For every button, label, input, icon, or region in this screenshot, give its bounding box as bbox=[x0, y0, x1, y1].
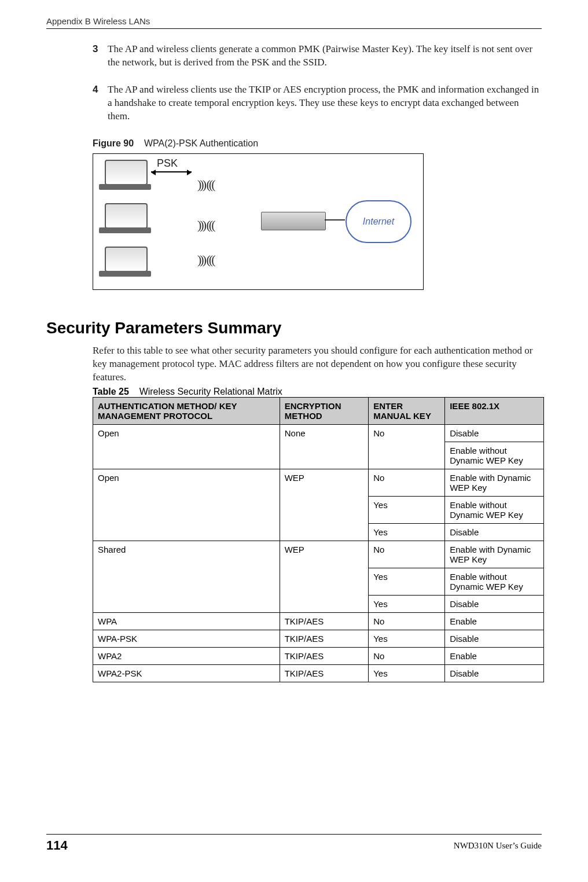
list-item: 3 The AP and wireless clients generate a… bbox=[93, 43, 542, 69]
cell-key: No bbox=[369, 541, 445, 568]
cell-enc: TKIP/AES bbox=[280, 647, 368, 664]
cell-enc: WEP bbox=[280, 469, 368, 541]
cell-auth: WPA-PSK bbox=[93, 630, 280, 647]
page-number: 114 bbox=[46, 838, 68, 853]
numbered-list: 3 The AP and wireless clients generate a… bbox=[46, 29, 542, 290]
table-label: Table 25 bbox=[93, 387, 129, 396]
list-text: The AP and wireless clients generate a c… bbox=[108, 43, 542, 69]
wifi-waves-icon: ))) ((( bbox=[197, 218, 214, 233]
laptop-base-icon bbox=[99, 227, 151, 233]
double-arrow-icon bbox=[151, 171, 192, 172]
cell-key: Yes bbox=[369, 568, 445, 595]
cell-enc: TKIP/AES bbox=[280, 612, 368, 630]
col-key: ENTER MANUAL KEY bbox=[369, 397, 445, 424]
cell-key: Yes bbox=[369, 523, 445, 541]
table-row: WPA-PSK TKIP/AES Yes Disable bbox=[93, 630, 544, 647]
router-icon bbox=[261, 212, 326, 230]
list-text: The AP and wireless clients use the TKIP… bbox=[108, 83, 542, 123]
col-auth: AUTHENTICATION METHOD/ KEY MANAGEMENT PR… bbox=[93, 397, 280, 424]
list-item: 4 The AP and wireless clients use the TK… bbox=[93, 83, 542, 123]
laptop-base-icon bbox=[99, 184, 151, 190]
table-row: WPA2-PSK TKIP/AES Yes Disable bbox=[93, 664, 544, 682]
table-row: Open WEP No Enable with Dynamic WEP Key bbox=[93, 469, 544, 496]
table-header-row: AUTHENTICATION METHOD/ KEY MANAGEMENT PR… bbox=[93, 397, 544, 424]
wifi-waves-icon: ))) ((( bbox=[197, 252, 214, 267]
col-enc: ENCRYPTION METHOD bbox=[280, 397, 368, 424]
cell-ieee: Enable without Dynamic WEP Key bbox=[445, 568, 544, 595]
cell-auth: Shared bbox=[93, 541, 280, 612]
table-row: Shared WEP No Enable with Dynamic WEP Ke… bbox=[93, 541, 544, 568]
figure-diagram: PSK ))) ((( ))) ((( ))) ((( Internet bbox=[93, 153, 424, 290]
table-row: WPA TKIP/AES No Enable bbox=[93, 612, 544, 630]
table-row: Open None No Disable bbox=[93, 424, 544, 442]
cell-key: Yes bbox=[369, 595, 445, 612]
col-ieee: IEEE 802.1X bbox=[445, 397, 544, 424]
page-header: Appendix B Wireless LANs bbox=[46, 16, 542, 29]
cloud-label: Internet bbox=[363, 216, 394, 227]
internet-cloud-icon: Internet bbox=[346, 200, 411, 243]
cell-enc: None bbox=[280, 424, 368, 469]
cell-auth: WPA bbox=[93, 612, 280, 630]
cell-key: Yes bbox=[369, 630, 445, 647]
laptop-icon bbox=[105, 203, 148, 229]
laptop-base-icon bbox=[99, 271, 151, 277]
figure-title: WPA(2)-PSK Authentication bbox=[144, 138, 258, 148]
table-caption: Table 25 Wireless Security Relational Ma… bbox=[46, 387, 542, 397]
cell-enc: WEP bbox=[280, 541, 368, 612]
table-title: Wireless Security Relational Matrix bbox=[139, 387, 282, 396]
cell-key: No bbox=[369, 469, 445, 496]
cell-ieee: Enable without Dynamic WEP Key bbox=[445, 496, 544, 523]
cell-ieee: Enable with Dynamic WEP Key bbox=[445, 541, 544, 568]
cell-ieee: Enable without Dynamic WEP Key bbox=[445, 442, 544, 469]
cell-auth: WPA2-PSK bbox=[93, 664, 280, 682]
cell-ieee: Enable bbox=[445, 612, 544, 630]
cell-ieee: Disable bbox=[445, 664, 544, 682]
cell-ieee: Disable bbox=[445, 595, 544, 612]
list-number: 4 bbox=[93, 83, 108, 123]
cell-auth: WPA2 bbox=[93, 647, 280, 664]
cell-enc: TKIP/AES bbox=[280, 630, 368, 647]
cell-auth: Open bbox=[93, 424, 280, 469]
section-text: Refer to this table to see what other se… bbox=[46, 344, 542, 384]
list-number: 3 bbox=[93, 43, 108, 69]
laptop-icon bbox=[105, 160, 148, 185]
cell-key: Yes bbox=[369, 664, 445, 682]
cell-key: No bbox=[369, 424, 445, 469]
wifi-waves-icon: ))) ((( bbox=[197, 177, 214, 192]
cell-key: No bbox=[369, 612, 445, 630]
cell-key: Yes bbox=[369, 496, 445, 523]
figure-caption: Figure 90 WPA(2)-PSK Authentication bbox=[93, 138, 542, 149]
figure-label: Figure 90 bbox=[93, 138, 134, 148]
security-matrix-table: AUTHENTICATION METHOD/ KEY MANAGEMENT PR… bbox=[93, 397, 544, 682]
page-footer: 114 NWD310N User’s Guide bbox=[46, 834, 542, 853]
section-heading: Security Parameters Summary bbox=[46, 319, 542, 337]
cell-ieee: Disable bbox=[445, 424, 544, 442]
table-row: WPA2 TKIP/AES No Enable bbox=[93, 647, 544, 664]
cell-enc: TKIP/AES bbox=[280, 664, 368, 682]
cell-ieee: Disable bbox=[445, 630, 544, 647]
laptop-icon bbox=[105, 247, 148, 272]
header-left: Appendix B Wireless LANs bbox=[46, 16, 150, 26]
cell-key: No bbox=[369, 647, 445, 664]
psk-label: PSK bbox=[157, 157, 178, 170]
cell-ieee: Enable with Dynamic WEP Key bbox=[445, 469, 544, 496]
link-line-icon bbox=[325, 219, 345, 220]
guide-name: NWD310N User’s Guide bbox=[454, 841, 542, 851]
cell-ieee: Disable bbox=[445, 523, 544, 541]
cell-ieee: Enable bbox=[445, 647, 544, 664]
cell-auth: Open bbox=[93, 469, 280, 541]
